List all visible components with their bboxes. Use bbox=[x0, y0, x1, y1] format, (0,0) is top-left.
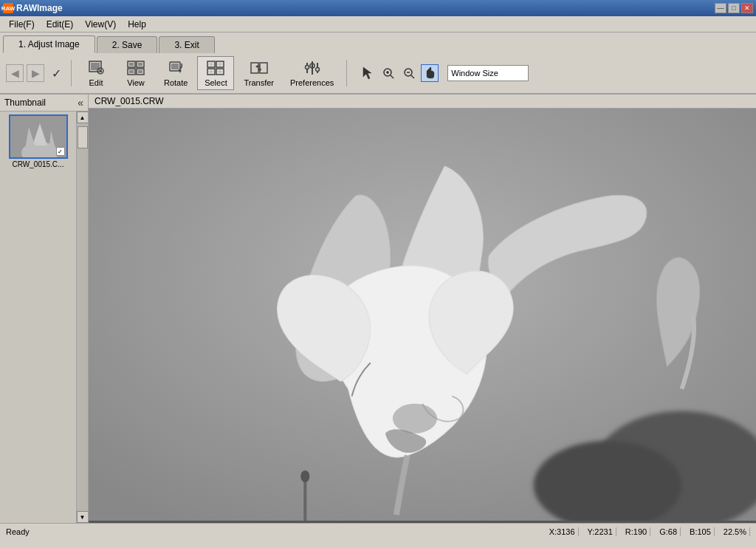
edit-label: Edit bbox=[89, 78, 103, 87]
status-coords: X:3136 Y:2231 R:190 G:68 B:105 22.5% bbox=[546, 527, 750, 536]
menu-edit[interactable]: Edit(E) bbox=[41, 18, 80, 31]
title-bar-controls: — □ ✕ bbox=[715, 3, 753, 13]
scroll-track bbox=[77, 123, 89, 511]
svg-rect-11 bbox=[138, 70, 142, 73]
zoom-out-tool[interactable] bbox=[400, 64, 418, 82]
edit-button[interactable]: Edit bbox=[78, 56, 114, 90]
svg-rect-26 bbox=[251, 63, 258, 73]
tab-exit[interactable]: 3. Exit bbox=[159, 36, 214, 53]
sidebar: Thumbnail « ✓ bbox=[0, 95, 89, 523]
app-title: RAWImage bbox=[16, 3, 63, 13]
scroll-thumb[interactable] bbox=[78, 126, 88, 148]
svg-rect-9 bbox=[138, 63, 142, 66]
window-size-dropdown[interactable]: Window Size Fit to Screen 100% 50% bbox=[447, 65, 529, 81]
status-bar: Ready X:3136 Y:2231 R:190 G:68 B:105 22.… bbox=[0, 523, 756, 539]
transfer-icon bbox=[249, 59, 269, 77]
svg-marker-29 bbox=[255, 65, 258, 68]
confirm-button[interactable]: ✓ bbox=[47, 64, 65, 82]
rotate-button[interactable]: Rotate bbox=[157, 56, 194, 90]
sidebar-header: Thumbnail « bbox=[0, 95, 88, 112]
svg-rect-10 bbox=[129, 70, 134, 73]
title-bar-left: RAW RAWImage bbox=[3, 3, 63, 13]
app-icon: RAW bbox=[3, 3, 13, 13]
sidebar-scrollbar: ▲ ▼ bbox=[76, 112, 88, 523]
svg-line-46 bbox=[411, 75, 414, 78]
tab-adjust-image[interactable]: 1. Adjust Image bbox=[3, 35, 95, 53]
menu-bar: File(F) Edit(E) View(V) Help bbox=[0, 16, 756, 32]
view-button[interactable]: View bbox=[117, 56, 154, 90]
nav-back-button[interactable]: ◀ bbox=[6, 64, 24, 82]
sidebar-title: Thumbnail bbox=[4, 97, 46, 108]
main-area: Thumbnail « ✓ bbox=[0, 95, 756, 523]
toolbar: ◀ ▶ ✓ Edit bbox=[0, 53, 756, 95]
svg-rect-54 bbox=[303, 478, 306, 521]
zoom-in-tool[interactable] bbox=[379, 64, 397, 82]
tab-save[interactable]: 2. Save bbox=[97, 36, 158, 53]
sidebar-inner: ✓ CRW_0015.C... ▲ ▼ bbox=[0, 112, 88, 523]
svg-line-42 bbox=[391, 75, 394, 78]
thumbnail-area: ✓ CRW_0015.C... bbox=[0, 112, 76, 523]
minimize-button[interactable]: — bbox=[715, 3, 726, 13]
menu-view[interactable]: View(V) bbox=[79, 18, 122, 31]
view-icon bbox=[126, 59, 146, 77]
menu-help[interactable]: Help bbox=[122, 18, 152, 31]
svg-point-53 bbox=[393, 404, 437, 434]
close-button[interactable]: ✕ bbox=[741, 3, 753, 13]
status-g: G:68 bbox=[656, 527, 681, 536]
scroll-down-button[interactable]: ▼ bbox=[77, 511, 89, 523]
status-y: Y:2231 bbox=[585, 527, 616, 536]
flower-image bbox=[89, 109, 756, 521]
svg-point-39 bbox=[315, 68, 319, 72]
menu-file[interactable]: File(F) bbox=[3, 18, 41, 31]
preferences-button[interactable]: Preferences bbox=[284, 56, 340, 90]
image-canvas[interactable] bbox=[89, 109, 756, 521]
image-title-bar: CRW_0015.CRW bbox=[89, 95, 756, 109]
preferences-icon bbox=[302, 59, 323, 77]
select-icon bbox=[205, 59, 226, 77]
image-filename: CRW_0015.CRW bbox=[94, 96, 164, 106]
nav-forward-button[interactable]: ▶ bbox=[27, 64, 44, 82]
scroll-up-button[interactable]: ▲ bbox=[77, 112, 89, 123]
title-bar: RAW RAWImage — □ ✕ bbox=[0, 0, 756, 16]
edit-icon bbox=[86, 59, 106, 77]
view-label: View bbox=[127, 78, 145, 87]
rotate-label: Rotate bbox=[164, 78, 188, 87]
toolbar-separator-2 bbox=[346, 60, 347, 86]
tabs: 1. Adjust Image 2. Save 3. Exit bbox=[0, 32, 756, 53]
rotate-icon bbox=[165, 59, 186, 77]
status-r: R:190 bbox=[622, 527, 650, 536]
svg-point-36 bbox=[305, 66, 309, 69]
select-button[interactable]: Select bbox=[197, 56, 234, 90]
svg-rect-27 bbox=[260, 63, 267, 73]
pointer-tool[interactable] bbox=[359, 64, 377, 82]
preferences-label: Preferences bbox=[290, 78, 334, 87]
thumbnail-checkbox[interactable]: ✓ bbox=[56, 147, 65, 156]
svg-point-55 bbox=[300, 470, 309, 482]
transfer-button[interactable]: Transfer bbox=[237, 56, 281, 90]
select-label: Select bbox=[205, 78, 227, 87]
tool-icons: Window Size Fit to Screen 100% 50% bbox=[359, 64, 529, 82]
sidebar-collapse-button[interactable]: « bbox=[78, 97, 83, 109]
thumbnail-image: ✓ bbox=[9, 114, 68, 159]
image-area: CRW_0015.CRW bbox=[89, 95, 756, 523]
toolbar-separator-1 bbox=[71, 60, 72, 86]
svg-rect-8 bbox=[129, 63, 134, 66]
svg-rect-13 bbox=[171, 64, 179, 69]
svg-marker-40 bbox=[363, 67, 371, 79]
status-x: X:3136 bbox=[546, 527, 579, 536]
status-b: B:105 bbox=[687, 527, 715, 536]
status-zoom: 22.5% bbox=[721, 527, 750, 536]
thumbnail-item[interactable]: ✓ CRW_0015.C... bbox=[3, 114, 73, 168]
transfer-label: Transfer bbox=[244, 78, 274, 87]
maximize-button[interactable]: □ bbox=[728, 3, 740, 13]
hand-tool[interactable] bbox=[421, 64, 439, 82]
status-ready: Ready bbox=[6, 527, 30, 536]
thumbnail-filename: CRW_0015.C... bbox=[13, 160, 64, 168]
